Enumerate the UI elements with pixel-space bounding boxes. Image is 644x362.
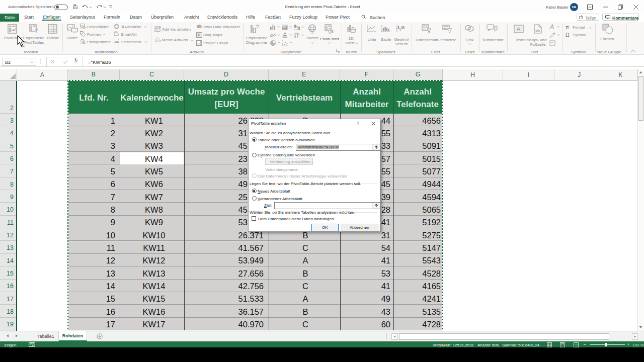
svg-text:A: A [517,26,521,33]
svg-text:?: ? [256,24,259,31]
svg-text:?: ? [35,28,38,34]
svg-text:5: 5 [83,41,85,44]
